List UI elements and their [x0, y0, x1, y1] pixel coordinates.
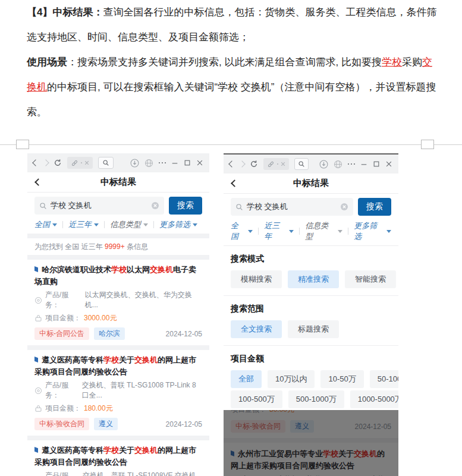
address-dot	[277, 163, 278, 165]
chip-amount-5m-10m[interactable]: 500-1000万	[288, 390, 344, 408]
chip-amount-10m-50m[interactable]: 1000-5000万	[350, 390, 398, 408]
forward-icon[interactable]	[238, 160, 245, 167]
filter-region[interactable]: 全国	[231, 220, 253, 242]
app-back-icon[interactable]	[34, 178, 42, 186]
chip-precise-search[interactable]: 精准搜索	[288, 270, 339, 288]
filter-info-type[interactable]: 信息类型	[305, 220, 342, 242]
divider-band	[27, 255, 209, 260]
search-row: 学校 交换机 搜索	[27, 193, 209, 218]
modal-dim-overlay[interactable]	[224, 410, 398, 476]
chip-fulltext-search[interactable]: 全文搜索	[231, 320, 282, 338]
chip-amount-500k-1m[interactable]: 50-100万	[370, 370, 398, 388]
item-amount-line: 项目金额：3000.00元	[34, 313, 202, 323]
back-icon[interactable]	[32, 159, 39, 166]
amount-icon	[34, 405, 42, 412]
product-value: 交换机、普联 TL-SF1008VE 交换机（8...	[83, 471, 202, 476]
toolbar-search-box[interactable]	[294, 158, 309, 170]
search-input[interactable]: 学校 交换机	[34, 197, 164, 215]
more-icon[interactable]	[159, 162, 166, 164]
filter-time-label: 近三年	[264, 220, 287, 242]
filter-more[interactable]: 更多筛选	[354, 220, 391, 242]
chip-fuzzy-search[interactable]: 模糊搜索	[231, 270, 282, 288]
filter-more-label: 更多筛选	[354, 220, 384, 242]
item-date: 2024-12-05	[166, 330, 202, 338]
filter-time[interactable]: 近三年	[68, 219, 99, 230]
list-item[interactable]: 遵义医药高等专科学校关于交换机的网上超市采购项目合同履约验收公告 产品/服务：交…	[27, 440, 209, 476]
divider-band	[27, 234, 209, 238]
refresh-icon[interactable]	[54, 159, 62, 167]
item-tags: 中标-合同公告 哈尔滨 2024-12-05	[34, 327, 202, 340]
screenshot-filter-panel: 中标结果 学校 交换机 搜索 全国 近三年 信息类型	[224, 153, 398, 476]
globe-icon[interactable]	[144, 159, 153, 168]
product-label: 产品/服务：	[45, 471, 80, 476]
download-icon[interactable]	[130, 159, 139, 168]
product-label: 产品/服务：	[45, 380, 79, 401]
address-bar[interactable]	[263, 158, 289, 170]
divider-line	[224, 245, 398, 246]
chip-amount-all[interactable]: 全部	[231, 370, 262, 388]
refresh-icon[interactable]	[250, 160, 258, 168]
divider-band	[27, 345, 209, 350]
chip-row-amount-2: 100-500万 500-1000万 1000-5000万	[231, 390, 391, 408]
filter-info-type[interactable]: 信息类型	[110, 219, 148, 230]
search-input[interactable]: 学校 交换机	[231, 198, 353, 216]
result-prefix: 为您找到 全国 近三年	[34, 242, 105, 251]
search-button[interactable]: 搜索	[358, 198, 391, 216]
search-query: 学校 交换机	[247, 201, 337, 212]
amount-value: 180.00元	[84, 404, 113, 414]
app-back-icon[interactable]	[231, 179, 238, 187]
chip-amount-under-100k[interactable]: 10万以内	[268, 370, 315, 388]
list-item[interactable]: 哈尔滨铁道职业技术学校以太网交换机电子卖场直购 产品/服务：以太网交换机、交换机…	[27, 260, 209, 345]
product-icon	[34, 387, 42, 395]
tag-region: 遵义	[94, 418, 118, 430]
maximize-icon[interactable]	[373, 160, 380, 168]
close-icon[interactable]	[385, 160, 392, 168]
item-title: 哈尔滨铁道职业技术学校以太网交换机电子卖场直购	[34, 264, 202, 287]
filter-bar: 全国 近三年 信息类型 更多筛选	[27, 218, 209, 234]
page-break-mark-left	[16, 140, 29, 149]
chevron-down-icon	[289, 230, 294, 233]
browser-toolbar	[224, 155, 398, 174]
address-clear-icon[interactable]	[281, 162, 285, 166]
product-value: 交换机、普联 TL-SG1008 TP-Link 8口全...	[82, 380, 202, 401]
chip-title-search[interactable]: 标题搜索	[288, 320, 339, 338]
chip-smart-search[interactable]: 智能搜索	[345, 270, 396, 288]
link-icon	[267, 160, 275, 168]
page-break-mark-right	[421, 140, 434, 149]
filter-time[interactable]: 近三年	[264, 220, 294, 242]
close-icon[interactable]	[196, 159, 203, 166]
doc-text-block: 【4】中标结果：查询全国各行业的中标信息，包括：货物类、服务类、工程类信息，条件…	[27, 0, 438, 125]
filter-region[interactable]: 全国	[34, 219, 57, 230]
more-icon[interactable]	[348, 163, 356, 165]
chevron-down-icon	[143, 223, 148, 226]
minimize-icon[interactable]	[171, 159, 178, 166]
section-title-project-amount: 项目金额	[231, 354, 391, 364]
item-product-line: 产品/服务：交换机、普联 TL-SF1008VE 交换机（8...	[34, 471, 202, 476]
clear-input-icon[interactable]	[340, 203, 348, 211]
chevron-down-icon	[386, 230, 391, 233]
bullet-icon	[34, 357, 38, 362]
search-icon	[102, 159, 109, 166]
screenshot-results-list: 中标结果 学校 交换机 搜索 全国 近三年 信息类型	[27, 153, 209, 476]
address-bar[interactable]	[67, 157, 93, 169]
forward-icon[interactable]	[42, 159, 49, 166]
address-clear-icon[interactable]	[84, 160, 89, 165]
page-title: 中标结果	[100, 176, 136, 188]
back-icon[interactable]	[228, 160, 235, 167]
list-item[interactable]: 遵义医药高等专科学校关于交换机的网上超市采购项目合同履约验收公告 产品/服务：交…	[27, 350, 209, 436]
chip-amount-1m-5m[interactable]: 100-500万	[231, 390, 282, 408]
maximize-icon[interactable]	[184, 159, 191, 166]
chip-amount-100k-500k[interactable]: 10-50万	[320, 370, 363, 388]
filter-bar: 全国 近三年 信息类型 更多筛选	[224, 219, 398, 245]
globe-icon[interactable]	[334, 160, 342, 169]
filter-more-label: 更多筛选	[159, 219, 190, 230]
page-break-divider	[0, 144, 462, 145]
minimize-icon[interactable]	[360, 160, 367, 168]
search-button[interactable]: 搜索	[169, 197, 202, 215]
toolbar-search-box[interactable]	[98, 157, 114, 169]
download-icon[interactable]	[319, 160, 328, 169]
doc-paragraph-usage: 使用场景：搜索场景支持多关键词并列搜索, 以此来满足组合查询需求, 比如要搜学校…	[27, 50, 438, 125]
item-product-line: 产品/服务：交换机、普联 TL-SG1008 TP-Link 8口全...	[34, 380, 202, 401]
filter-more[interactable]: 更多筛选	[159, 219, 197, 230]
clear-input-icon[interactable]	[151, 201, 159, 210]
